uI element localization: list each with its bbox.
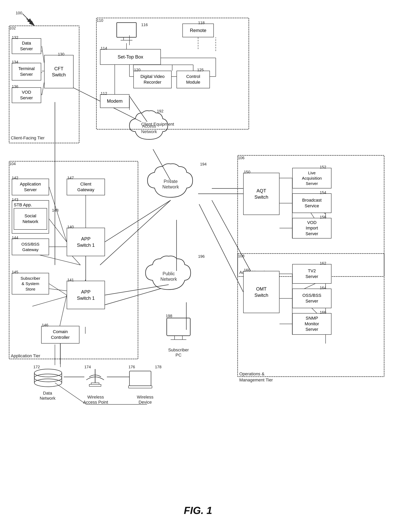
application-tier-label: Application Tier [11, 353, 40, 358]
ref-112: 112 [101, 91, 107, 96]
ref-130: 130 [58, 52, 64, 57]
ref-156: 156 [320, 215, 326, 219]
ref-178: 178 [155, 365, 161, 369]
modem-box: Modem [100, 94, 129, 108]
svg-text:Network: Network [141, 129, 157, 134]
tv2-server-box: TV2Server [292, 264, 332, 284]
aqt-switch-box: AQTSwitch [243, 173, 280, 215]
remote-box: Remote [182, 24, 214, 37]
svg-rect-45 [117, 23, 136, 37]
ref-147: 147 [67, 176, 74, 180]
ref-166: 166 [320, 310, 326, 315]
ref-134: 134 [12, 60, 18, 64]
svg-rect-46 [123, 37, 129, 40]
public-network-cloud: Public Network [141, 253, 196, 296]
vod-server-box: VODServer [12, 87, 41, 103]
ref-196: 196 [198, 254, 204, 259]
svg-rect-87 [91, 383, 99, 384]
svg-rect-90 [128, 386, 152, 388]
app-switch1-141-box: APPSwitch 1 [67, 281, 105, 309]
access-network-cloud: Access Network [126, 108, 173, 147]
ref-198: 198 [166, 314, 172, 318]
dvr-box: Digital VideoRecorder [133, 71, 172, 88]
ref-141: 141 [67, 278, 74, 282]
terminal-server-box: TerminalServer [12, 63, 41, 81]
ref-116: 116 [141, 23, 148, 27]
ref-106: 106 [238, 156, 245, 160]
ref-132: 132 [12, 35, 18, 40]
ref-150: 150 [244, 170, 250, 174]
ref-143: 143 [12, 197, 18, 202]
svg-text:Private: Private [163, 179, 178, 184]
ref-164: 164 [320, 286, 326, 290]
svg-text:Network: Network [160, 277, 177, 282]
vod-import-box: VODImportServer [292, 218, 332, 238]
subscriber-pc-area [165, 316, 192, 346]
client-gateway-box: ClientGateway [67, 179, 105, 195]
ref-120: 120 [134, 68, 140, 72]
subscriber-pc-label: SubscriberPC [165, 348, 192, 358]
svg-point-82 [34, 374, 62, 382]
broadcast-service-box: BroadcastService [292, 193, 332, 213]
ref-142: 142 [12, 176, 18, 180]
ref-174: 174 [84, 365, 91, 369]
app-switch1-140-box: APPSwitch 1 [67, 228, 105, 256]
ref-110: 110 [97, 18, 103, 23]
svg-point-81 [34, 369, 62, 377]
svg-text:Public: Public [163, 271, 175, 276]
private-network-cloud: Private Network [143, 161, 198, 204]
diagram: 100 102 Client-Facing Tier DataServer 13… [0, 0, 396, 532]
set-top-box: Set-Top Box [100, 49, 161, 65]
svg-rect-89 [129, 371, 151, 386]
ref-162: 162 [320, 261, 326, 266]
ref-104: 104 [9, 162, 16, 166]
ref-114: 114 [101, 46, 107, 51]
ref-118: 118 [198, 21, 204, 25]
ossbss-gateway-box: OSS/BSSGateway [12, 238, 49, 255]
ref-154: 154 [320, 190, 326, 195]
ossbss-server-box: OSS/BSSServer [292, 289, 332, 308]
svg-point-83 [34, 379, 62, 387]
svg-rect-95 [167, 318, 190, 336]
svg-text:Access: Access [142, 124, 156, 129]
svg-line-80 [199, 204, 243, 292]
ref-146: 146 [42, 323, 48, 327]
svg-rect-96 [175, 336, 182, 340]
client-facing-tier-label: Client-Facing Tier [11, 136, 45, 141]
ops-mgmt-tier-label: Operations &Management Tier [239, 371, 273, 383]
snmp-monitor-box: SNMPMonitorServer [292, 313, 332, 335]
ref-148: 148 [52, 208, 58, 213]
ref-152: 152 [320, 165, 326, 169]
ref-192: 192 [157, 109, 163, 113]
ref-144: 144 [12, 236, 18, 240]
live-acq-server-box: LiveAcquisitionServer [292, 168, 332, 189]
ref-194: 194 [200, 162, 207, 166]
ref-136: 136 [12, 84, 18, 89]
ref-160: 160 [244, 268, 250, 272]
comain-controller-box: ComainController [41, 326, 79, 343]
social-network-box: SocialNetwork [14, 208, 47, 230]
wireless-device-area [128, 367, 153, 393]
data-network-label: DataNetwork [32, 391, 63, 401]
ref-102: 102 [9, 26, 16, 30]
application-server-box: ApplicationServer [12, 179, 49, 195]
data-server-box: DataServer [12, 38, 41, 54]
svg-rect-88 [89, 384, 101, 386]
ref-145: 145 [12, 270, 18, 274]
ref-172: 172 [33, 365, 40, 369]
wireless-ap-label: WirelessAccess Point [77, 395, 114, 405]
wireless-device-label: WirelessDevice [128, 395, 163, 405]
ref-100: 100 [16, 11, 22, 15]
figure-label: FIG. 1 [0, 504, 396, 516]
control-module-box: ControlModule [176, 71, 210, 88]
omt-switch-box: OMTSwitch [243, 271, 280, 313]
data-network-area [32, 367, 64, 391]
ref-125: 125 [197, 68, 204, 72]
cft-switch-box: CFTSwitch [44, 55, 74, 88]
monitor-icon-area [114, 22, 139, 43]
ref-108: 108 [238, 254, 245, 258]
subscriber-store-box: Subscriber& SystemStore [12, 273, 49, 295]
svg-text:Network: Network [162, 184, 179, 189]
ref-176: 176 [128, 365, 135, 369]
ref-140: 140 [67, 225, 74, 229]
